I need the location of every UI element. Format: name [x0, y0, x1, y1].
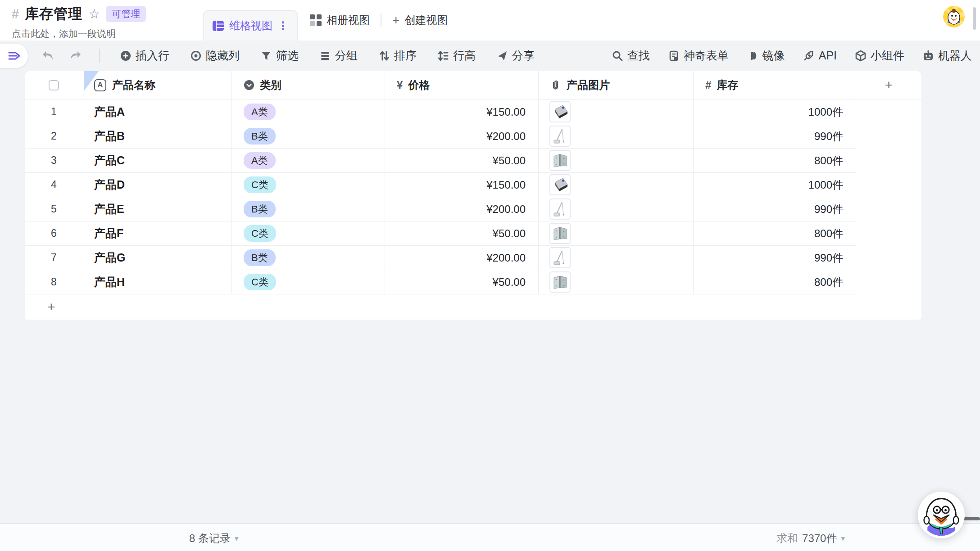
product-image-thumb[interactable] [549, 126, 571, 147]
insert-row-button[interactable]: 插入行 [120, 48, 169, 63]
stock-cell[interactable]: 990件 [814, 129, 843, 144]
table-row[interactable]: 5 产品E B类 ¥200.00 990件 [25, 197, 856, 221]
table-row[interactable]: 8 产品H C类 ¥50.00 800件 [25, 270, 856, 294]
filter-button[interactable]: 筛选 [260, 48, 299, 63]
filter-label: 筛选 [276, 48, 299, 63]
product-name-cell[interactable]: 产品B [94, 129, 125, 144]
description-placeholder[interactable]: 点击此处，添加一段说明 [12, 27, 146, 40]
price-cell[interactable]: ¥50.00 [493, 227, 526, 240]
vertical-scrollbar-thumb[interactable] [973, 7, 976, 30]
category-badge[interactable]: C类 [244, 274, 276, 291]
price-cell[interactable]: ¥50.00 [493, 154, 526, 167]
category-badge[interactable]: B类 [244, 201, 276, 218]
tab-menu-kebab-icon[interactable]: ⋮ [277, 20, 289, 32]
expand-sidebar-button[interactable] [0, 44, 28, 68]
product-name-cell[interactable]: 产品A [94, 104, 125, 119]
table-row[interactable]: 2 产品B B类 ¥200.00 990件 [25, 124, 856, 149]
stock-cell[interactable]: 990件 [814, 251, 843, 265]
add-field-plus-icon: + [885, 78, 893, 92]
robot-label: 机器人 [938, 48, 972, 63]
product-image-thumb[interactable] [549, 101, 571, 122]
hide-fields-icon [190, 50, 202, 62]
price-cell[interactable]: ¥150.00 [486, 179, 526, 191]
robot-button[interactable]: 机器人 [922, 48, 972, 63]
product-image-thumb[interactable] [549, 199, 571, 220]
select-all-checkbox[interactable] [49, 80, 59, 90]
product-name-cell[interactable]: 产品F [94, 226, 123, 241]
table-row[interactable]: 6 产品F C类 ¥50.00 800件 [25, 221, 856, 246]
column-header-name[interactable]: A 产品名称 [83, 71, 232, 100]
price-cell[interactable]: ¥150.00 [486, 106, 526, 118]
redo-button[interactable] [68, 50, 82, 62]
price-cell[interactable]: ¥50.00 [493, 276, 526, 289]
tab-gallery-view[interactable]: 相册视图 [310, 13, 370, 27]
stock-cell[interactable]: 1000件 [808, 178, 843, 192]
column-header-image[interactable]: 产品图片 [539, 71, 694, 100]
hide-fields-button[interactable]: 隐藏列 [190, 48, 240, 63]
group-button[interactable]: 分组 [319, 48, 358, 63]
assistant-mascot-button[interactable] [918, 492, 965, 538]
create-view-button[interactable]: + 创建视图 [392, 13, 448, 27]
product-image-thumb[interactable] [549, 174, 571, 195]
category-badge[interactable]: C类 [244, 176, 276, 194]
record-count[interactable]: 8 条记录 ▾ [189, 531, 239, 546]
product-name-cell[interactable]: 产品H [94, 275, 125, 289]
stock-cell[interactable]: 800件 [814, 226, 843, 241]
row-height-button[interactable]: 行高 [437, 48, 476, 63]
stock-summary[interactable]: 求和 7370件 ▾ [776, 531, 845, 546]
column-label: 类别 [260, 78, 281, 92]
sort-button[interactable]: 排序 [378, 48, 417, 63]
product-name-cell[interactable]: 产品E [94, 202, 124, 217]
product-image-thumb[interactable] [549, 247, 571, 268]
mirror-button[interactable]: 镜像 [747, 48, 785, 63]
undo-button[interactable] [41, 50, 55, 62]
row-number: 2 [51, 130, 57, 142]
stock-cell[interactable]: 800件 [814, 154, 843, 168]
stock-cell[interactable]: 800件 [814, 275, 843, 289]
category-badge[interactable]: B类 [244, 128, 276, 145]
magic-form-button[interactable]: 神奇表单 [668, 48, 729, 63]
category-badge[interactable]: A类 [244, 152, 276, 169]
api-button[interactable]: API [803, 49, 837, 62]
column-header-stock[interactable]: # 库存 [694, 71, 856, 100]
user-avatar[interactable] [943, 6, 965, 27]
widget-button[interactable]: 小组件 [855, 48, 904, 63]
sort-label: 排序 [394, 48, 417, 63]
row-number: 8 [51, 276, 57, 288]
category-badge[interactable]: C类 [244, 225, 276, 242]
stock-cell[interactable]: 1000件 [808, 105, 843, 119]
price-cell[interactable]: ¥200.00 [486, 130, 526, 143]
product-image-door-closer [551, 249, 569, 267]
select-all-cell[interactable] [25, 71, 83, 100]
category-badge[interactable]: A类 [244, 104, 276, 121]
table-row[interactable]: 1 产品A A类 ¥150.00 1000件 [25, 100, 856, 124]
product-image-thumb[interactable] [549, 271, 571, 293]
product-image-glass-hinge [551, 152, 569, 170]
price-cell[interactable]: ¥200.00 [486, 252, 526, 264]
tab-grid-view[interactable]: 维格视图 ⋮ [203, 10, 298, 41]
category-badge[interactable]: B类 [244, 249, 276, 266]
column-header-category[interactable]: 类别 [232, 71, 385, 100]
mascot-bird-icon [920, 493, 963, 537]
product-name-cell[interactable]: 产品D [94, 177, 125, 192]
stock-cell[interactable]: 990件 [814, 202, 843, 217]
price-cell[interactable]: ¥200.00 [486, 203, 526, 216]
table-row[interactable]: 7 产品G B类 ¥200.00 990件 [25, 246, 856, 270]
product-name-cell[interactable]: 产品C [94, 153, 125, 168]
add-field-button[interactable]: + [856, 71, 921, 100]
add-row-button[interactable]: + [25, 294, 921, 320]
product-name-cell[interactable]: 产品G [94, 250, 125, 265]
column-label: 价格 [408, 78, 430, 92]
product-image-thumb[interactable] [549, 223, 571, 244]
column-header-price[interactable]: ¥ 价格 [385, 71, 539, 100]
product-image-glass-hinge [551, 225, 569, 243]
star-icon[interactable]: ☆ [88, 6, 100, 22]
table-row[interactable]: 4 产品D C类 ¥150.00 1000件 [25, 173, 856, 197]
permission-badge[interactable]: 可管理 [106, 6, 146, 22]
share-button[interactable]: 分享 [496, 48, 535, 63]
product-image-glass-hinge [551, 273, 569, 291]
product-image-thumb[interactable] [549, 150, 571, 171]
row-number: 6 [51, 227, 57, 239]
find-button[interactable]: 查找 [612, 48, 650, 63]
table-row[interactable]: 3 产品C A类 ¥50.00 800件 [25, 149, 856, 173]
